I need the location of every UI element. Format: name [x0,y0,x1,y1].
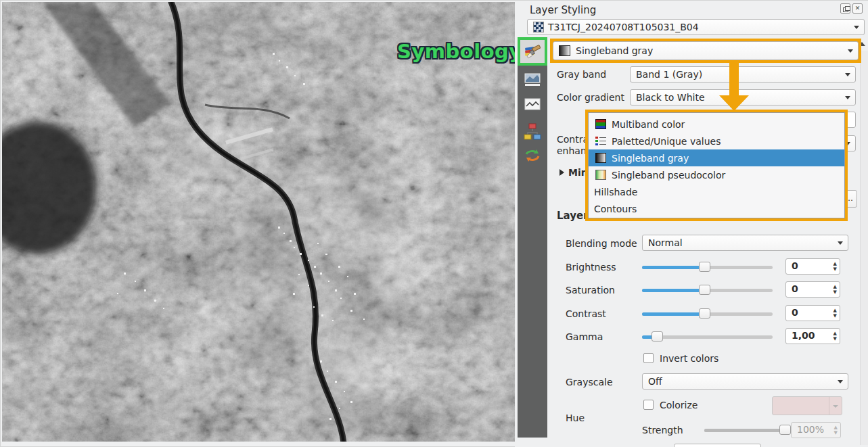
colorize-checkbox[interactable] [643,400,654,410]
spin-arrows-icon[interactable]: ▲▼ [833,284,837,295]
gray-band-value: Band 1 (Gray) [636,69,702,80]
chevron-down-icon [845,96,850,99]
qgis-window: Symbology Layer Styling ✕ T31TCJ_2024070… [0,0,868,447]
hue-label: Hue [566,413,585,423]
renderer-option-multiband-color[interactable]: Multiband color [589,116,844,133]
chevron-down-icon [838,241,843,245]
gamma-spinbox[interactable]: 1,00 ▲▼ [785,328,840,344]
slider-fill [642,289,705,292]
org-chart-icon [524,122,541,140]
contrast-slider[interactable] [642,308,773,319]
grayscale-label: Grayscale [566,377,613,387]
paintbrush-icon [523,43,542,60]
spin-arrows-icon: ▲▼ [834,425,838,436]
panel-title: Layer Styling [530,4,596,16]
slider-handle[interactable] [779,425,791,435]
expand-right-icon [559,169,564,176]
slider-fill [642,266,705,269]
layer-selector-value: T31TCJ_20240708T105031_B04 [548,22,699,32]
colorize-color-button[interactable] [772,396,842,415]
brightness-spinbox[interactable]: 0 ▲▼ [785,258,840,275]
strength-slider[interactable] [704,425,785,436]
renderer-type-combo[interactable]: Singleband gray [553,41,859,60]
tab-transparency[interactable] [518,68,547,91]
saturation-slider[interactable] [642,285,773,296]
renderer-dropdown-list: Multiband color Paletted/Unique values S… [588,112,845,218]
contrast-label: Contrast [566,308,606,319]
history-icon [524,147,541,164]
tab-history[interactable] [518,144,547,167]
tab-histogram[interactable] [518,93,547,116]
blending-mode-value: Normal [648,237,683,248]
blending-mode-combo[interactable]: Normal [642,235,848,251]
blending-mode-label: Blending mode [566,238,637,249]
renderer-dropdown-highlight-box: Multiband color Paletted/Unique values S… [585,110,848,221]
renderer-option-paletted[interactable]: Paletted/Unique values [589,133,844,149]
partially-visible-widget [674,444,761,447]
gray-band-label: Gray band [557,69,606,80]
renderer-option-pseudocolor[interactable]: Singleband pseudocolor [589,166,844,183]
slider-fill [642,312,705,316]
renderer-type-value: Singleband gray [576,45,653,56]
satellite-image [2,2,515,442]
spin-arrows-icon[interactable]: ▲▼ [833,331,837,342]
spin-arrows-icon[interactable]: ▲▼ [833,261,837,272]
map-canvas[interactable]: Symbology [2,2,515,442]
chevron-down-icon [833,405,838,408]
saturation-label: Saturation [566,285,615,296]
brightness-label: Brightness [566,262,616,273]
gray-band-combo[interactable]: Band 1 (Gray) [630,66,856,83]
tab-symbology[interactable] [518,37,547,66]
strength-spinbox[interactable]: 100% ▲▼ [791,422,841,438]
close-panel-button[interactable]: ✕ [852,3,863,14]
renderer-option-contours[interactable]: Contours [589,200,844,217]
chevron-down-icon [848,49,853,53]
brightness-slider[interactable] [642,262,773,273]
slider-handle[interactable] [699,262,710,272]
strength-label: Strength [642,425,683,436]
color-gradient-value: Black to White [636,92,705,103]
divider [829,397,829,415]
panel-scrollbar[interactable] [860,51,868,445]
slider-handle[interactable] [652,331,663,342]
float-icon [843,7,848,12]
symbology-annotation-label: Symbology [397,40,505,63]
multiband-icon [595,119,606,129]
tab-attributes-diagram[interactable] [518,120,547,143]
color-gradient-combo[interactable]: Black to White [630,89,856,105]
chevron-down-icon [845,73,850,76]
grayscale-value: Off [648,376,662,387]
grayscale-combo[interactable]: Off [642,373,848,390]
slider-fill [704,429,785,432]
renderer-option-hillshade[interactable]: Hillshade [589,183,844,200]
gamma-slider[interactable] [642,331,773,342]
spin-arrows-icon[interactable]: ▲▼ [833,308,837,319]
saturation-spinbox[interactable]: 0 ▲▼ [785,281,840,298]
float-panel-button[interactable] [840,3,850,14]
slider-handle[interactable] [699,285,710,295]
paletted-icon [595,136,606,146]
color-gradient-label: Color gradient [557,92,624,103]
chevron-down-icon [854,26,859,29]
invert-colors-checkbox[interactable] [643,353,654,363]
slider-handle[interactable] [699,308,710,319]
renderer-highlight-box: Singleband gray [550,39,861,63]
invert-colors-label: Invert colors [660,353,718,364]
colorize-label: Colorize [660,400,698,410]
renderer-option-singleband-gray[interactable]: Singleband gray [589,149,844,166]
singleband-gray-icon [559,45,570,56]
layer-styling-panel: Layer Styling ✕ T31TCJ_20240708T105031_B… [515,1,868,447]
pseudocolor-icon [595,170,606,180]
contrast-spinbox[interactable]: 0 ▲▼ [785,305,840,321]
transparency-icon [524,72,541,87]
raster-layer-icon [533,22,544,32]
singleband-gray-icon [595,153,606,163]
layer-selector[interactable]: T31TCJ_20240708T105031_B04 [527,19,865,35]
chevron-down-icon [838,380,843,383]
gamma-label: Gamma [566,331,603,342]
histogram-icon [524,97,541,112]
